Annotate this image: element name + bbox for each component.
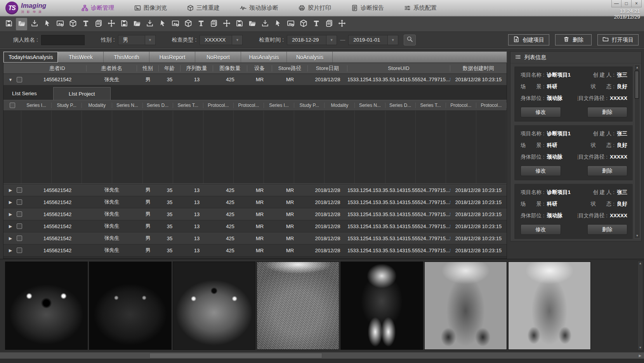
column-header[interactable]: 年龄: [159, 65, 181, 72]
column-header[interactable]: 设备: [247, 65, 272, 72]
minimize-button[interactable]: —: [611, 0, 621, 7]
patient-row[interactable]: ▶1455621542张先生男3513425MRMR2018/12/281533…: [3, 220, 507, 232]
patient-name-input[interactable]: [41, 35, 85, 45]
tab-this-month[interactable]: ThisMonth: [104, 52, 149, 63]
card-modify-button[interactable]: 修改: [521, 107, 561, 117]
expand-row-icon[interactable]: ▶: [8, 248, 13, 253]
row-checkbox[interactable]: [17, 236, 22, 241]
delete-button[interactable]: 删除: [555, 34, 592, 45]
row-checkbox[interactable]: [17, 199, 22, 205]
create-project-button[interactable]: 创建项目: [508, 34, 549, 45]
tab-no-report[interactable]: NoReport: [195, 52, 241, 63]
tab-has-analysis[interactable]: HasAnalysis: [241, 52, 287, 63]
scroll-right-icon[interactable]: ▶: [637, 353, 643, 359]
series-column-header[interactable]: Protocol...: [476, 103, 507, 108]
patient-row[interactable]: ▶1455621542张先生男3513425MRMR2018/12/281533…: [3, 208, 507, 220]
series-column-header[interactable]: Study P...: [294, 103, 325, 108]
series-column-header[interactable]: Series N...: [355, 103, 385, 108]
select-all-checkbox[interactable]: [10, 103, 15, 108]
scroll-down-icon[interactable]: ▼: [639, 346, 642, 350]
column-header[interactable]: 性别: [137, 65, 159, 72]
toolbar-save-button[interactable]: [118, 18, 130, 30]
toolbar-save-button[interactable]: [234, 18, 245, 30]
patient-row[interactable]: ▼1455621542张先生男3513425MRMR2018/12/281533…: [3, 74, 507, 86]
menu-item-diagnosis-report[interactable]: 诊断报告: [351, 4, 384, 12]
toolbar-pages-button[interactable]: [208, 18, 219, 30]
toolbar-cursor-button[interactable]: [157, 18, 168, 30]
chevron-down-icon[interactable]: ▼: [145, 35, 156, 45]
toolbar-image-adjust-button[interactable]: [54, 18, 66, 30]
toolbar-folder-open-button[interactable]: [131, 18, 142, 30]
row-checkbox[interactable]: [17, 223, 22, 229]
mri-coronal-slice-6[interactable]: [424, 262, 507, 350]
expand-row-icon[interactable]: ▶: [8, 224, 13, 229]
toolbar-pages-button[interactable]: [93, 18, 104, 30]
column-header[interactable]: 患者姓名: [87, 65, 137, 72]
expand-row-icon[interactable]: ▶: [8, 188, 13, 193]
column-header[interactable]: Store路径: [272, 65, 308, 72]
open-project-button[interactable]: 打开项目: [597, 34, 639, 45]
thumbnail-vertical-scrollbar[interactable]: ▲ ▼: [637, 261, 643, 351]
series-column-header[interactable]: Modality: [325, 103, 355, 108]
chevron-down-icon[interactable]: ▼: [326, 35, 337, 45]
row-checkbox[interactable]: [17, 187, 22, 193]
toolbar-move-button[interactable]: [221, 18, 232, 30]
toolbar-cube-3d-button[interactable]: [182, 18, 194, 30]
horizontal-scrollbar-thumb[interactable]: [149, 353, 322, 358]
scroll-up-icon[interactable]: ▲: [639, 261, 642, 266]
tab-has-report[interactable]: HasReport: [149, 52, 195, 63]
mri-axial-slice-2[interactable]: [89, 262, 172, 350]
series-column-header[interactable]: Series D...: [385, 103, 416, 108]
series-column-header[interactable]: Series T...: [416, 103, 446, 108]
series-column-header[interactable]: Series I...: [264, 103, 294, 108]
close-button[interactable]: ×: [632, 0, 642, 7]
scroll-down-icon[interactable]: ▼: [636, 233, 639, 238]
row-checkbox[interactable]: [17, 77, 22, 82]
menu-item-3d-reconstruction[interactable]: 三维重建: [187, 4, 220, 12]
toolbar-text-tool-button[interactable]: [195, 18, 207, 30]
toolbar-move-button[interactable]: [336, 18, 347, 30]
toolbar-folder-open-button[interactable]: [16, 18, 27, 30]
gender-select[interactable]: 男 ▼: [118, 35, 156, 45]
card-delete-button[interactable]: 删除: [587, 224, 628, 235]
mri-coronal-slice-5[interactable]: [340, 262, 423, 350]
subtab-list-project[interactable]: LIst Project: [53, 87, 111, 100]
column-header[interactable]: 数据创建时间: [450, 65, 507, 72]
horizontal-scrollbar[interactable]: ▶: [0, 352, 644, 359]
toolbar-folder-open-button[interactable]: [246, 18, 258, 30]
mri-axial-slice-4[interactable]: [257, 262, 339, 350]
subtab-list-series[interactable]: LIst Series: [12, 91, 37, 96]
exam-time-to-select[interactable]: 2019-01-01 ▼: [348, 35, 398, 45]
row-checkbox[interactable]: [17, 211, 22, 217]
card-delete-button[interactable]: 删除: [587, 107, 628, 117]
info-scrollbar-thumb[interactable]: [635, 71, 639, 99]
toolbar-pages-button[interactable]: [323, 18, 335, 30]
toolbar-text-tool-button[interactable]: [311, 18, 322, 30]
menu-item-diagnosis-management[interactable]: 诊断管理: [82, 4, 114, 12]
info-panel-scrollbar[interactable]: ▲ ▼: [634, 65, 640, 239]
patient-row[interactable]: ▶1455621542张先生男3513425MRMR2018/12/281533…: [3, 244, 507, 257]
mri-axial-slice-3[interactable]: [173, 262, 255, 350]
card-modify-button[interactable]: 修改: [521, 166, 561, 176]
series-column-header[interactable]: Series D...: [143, 103, 173, 108]
toolbar-import-button[interactable]: [29, 18, 40, 30]
column-header[interactable]: 图像数量: [213, 65, 247, 72]
patient-row[interactable]: ▶1455621542张先生男3513425MRMR2018/12/281533…: [3, 196, 507, 208]
collapse-row-icon[interactable]: ▼: [8, 77, 13, 82]
toolbar-cursor-button[interactable]: [42, 18, 53, 30]
menu-item-carotid-diagnosis[interactable]: 颈动脉诊断: [240, 4, 278, 12]
toolbar-import-button[interactable]: [144, 18, 155, 30]
series-column-header[interactable]: Series N...: [112, 103, 142, 108]
tab-today-has-analysis[interactable]: TodayHasAnalysis: [3, 52, 58, 63]
scroll-up-icon[interactable]: ▲: [636, 65, 639, 70]
series-column-header[interactable]: Study P...: [52, 103, 82, 108]
tab-no-analysis[interactable]: NoAnalysis: [287, 52, 333, 63]
column-header[interactable]: Store日期: [308, 65, 347, 72]
mri-axial-slice-1[interactable]: [5, 262, 88, 350]
series-column-header[interactable]: Series T...: [173, 103, 203, 108]
series-column-header[interactable]: Series I...: [21, 103, 52, 108]
column-header[interactable]: 患者ID: [28, 65, 87, 72]
toolbar-cube-3d-button[interactable]: [298, 18, 309, 30]
maximize-button[interactable]: □: [621, 0, 632, 7]
expand-row-icon[interactable]: ▶: [8, 236, 13, 241]
